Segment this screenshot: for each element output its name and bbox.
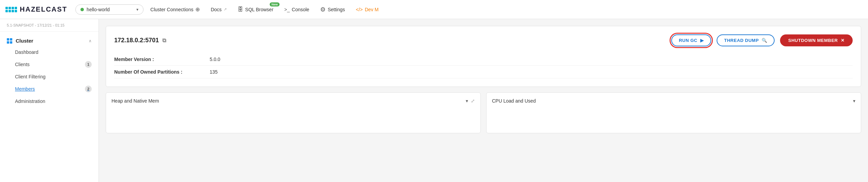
run-gc-label: RUN GC <box>679 38 697 43</box>
terminal-icon: >_ <box>284 7 290 12</box>
owned-partitions-label: Number Of Owned Partitions : <box>114 66 203 78</box>
console-wrapper: >_ Console <box>280 5 313 14</box>
code-icon: </> <box>356 7 363 12</box>
settings-label: Settings <box>328 7 345 12</box>
shutdown-member-button[interactable]: SHUTDOWN MEMBER ✕ <box>780 34 853 46</box>
cpu-chart-title: CPU Load and Used <box>492 98 536 104</box>
external-link-icon: ↗ <box>224 7 227 12</box>
cluster-selector[interactable]: hello-world ▾ <box>75 4 144 15</box>
shutdown-member-label: SHUTDOWN MEMBER <box>788 38 838 43</box>
settings-wrapper: ⚙ Settings <box>316 4 349 15</box>
dev-mode-label: Dev M <box>365 7 378 12</box>
collapse-icon: ∧ <box>89 39 92 43</box>
cpu-chart-chevron-down-icon[interactable]: ▾ <box>853 98 855 104</box>
member-card: 172.18.0.2:5701 ⧉ RUN GC ▶ THREAD DUMP 🔍… <box>106 26 861 87</box>
sidebar-section-title: Cluster <box>7 38 33 44</box>
thread-dump-button[interactable]: THREAD DUMP 🔍 <box>717 34 775 46</box>
logo-grid-icon <box>5 7 17 12</box>
heap-chart-chevron-down-icon[interactable]: ▾ <box>466 98 468 104</box>
member-version-value: 5.0.0 <box>203 53 853 66</box>
logo: HAZELCAST <box>5 5 67 13</box>
sidebar-section-header[interactable]: Cluster ∧ <box>0 35 99 46</box>
sidebar-section-label: Cluster <box>16 38 33 44</box>
cpu-chart-header: CPU Load and Used ▾ <box>492 98 855 104</box>
dev-mode-nav[interactable]: </> Dev M <box>352 5 383 14</box>
sidebar-item-members[interactable]: Members 2 <box>0 82 99 95</box>
member-actions: RUN GC ▶ THREAD DUMP 🔍 SHUTDOWN MEMBER ✕ <box>671 34 853 46</box>
cpu-chart-controls: ▾ <box>853 98 855 104</box>
docs-wrapper: Docs ↗ <box>207 5 231 14</box>
logo-text: HAZELCAST <box>20 5 67 13</box>
docs-nav[interactable]: Docs ↗ <box>207 5 231 14</box>
thread-dump-label: THREAD DUMP <box>724 38 759 43</box>
copy-icon[interactable]: ⧉ <box>162 37 166 44</box>
charts-row: Heap and Native Mem ▾ ⤢ CPU Load and Use… <box>106 92 861 133</box>
navbar: HAZELCAST hello-world ▾ Cluster Connecti… <box>0 0 868 19</box>
search-icon: 🔍 <box>762 38 767 43</box>
heap-chart-title: Heap and Native Mem <box>111 98 159 104</box>
sidebar-item-label: Members <box>15 86 35 92</box>
clients-badge: 1 <box>85 61 92 68</box>
sql-browser-wrapper: 🗄 SQL Browser New <box>234 4 278 15</box>
member-version-label: Member Version : <box>114 53 203 66</box>
sidebar-item-label: Clients <box>15 62 30 67</box>
heap-chart-header: Heap and Native Mem ▾ ⤢ <box>111 98 475 104</box>
heap-chart-expand-icon[interactable]: ⤢ <box>471 98 475 104</box>
cluster-connections-wrapper: Cluster Connections ⊕ <box>146 4 204 15</box>
run-gc-button[interactable]: RUN GC ▶ <box>671 34 711 46</box>
sidebar-item-dashboard[interactable]: Dashboard <box>0 46 99 58</box>
member-ip-text: 172.18.0.2:5701 <box>114 37 159 44</box>
sidebar-version: 5.1-SNAPSHOT - 17/12/21 - 01:15 <box>0 19 99 32</box>
members-badge: 2 <box>85 86 92 92</box>
close-circle-icon: ✕ <box>841 38 845 43</box>
sidebar-item-label: Client Filtering <box>15 74 45 79</box>
cluster-connections-nav[interactable]: Cluster Connections ⊕ <box>146 4 204 15</box>
database-icon: 🗄 <box>238 6 243 13</box>
console-nav[interactable]: >_ Console <box>280 5 313 14</box>
heap-chart-controls: ▾ ⤢ <box>466 98 475 104</box>
sidebar-item-label: Administration <box>15 98 45 104</box>
plus-icon: ⊕ <box>195 6 200 13</box>
cluster-connections-label: Cluster Connections <box>150 7 193 12</box>
sidebar-item-client-filtering[interactable]: Client Filtering <box>0 71 99 82</box>
cpu-load-chart: CPU Load and Used ▾ <box>486 92 861 133</box>
settings-nav[interactable]: ⚙ Settings <box>316 4 349 15</box>
cluster-status-dot <box>80 8 84 11</box>
chevron-down-icon: ▾ <box>136 7 138 12</box>
sidebar-item-clients[interactable]: Clients 1 <box>0 58 99 71</box>
docs-label: Docs <box>211 7 222 12</box>
sidebar: 5.1-SNAPSHOT - 17/12/21 - 01:15 Cluster … <box>0 19 99 182</box>
member-info: Member Version : 5.0.0 Number Of Owned P… <box>114 53 853 78</box>
member-header: 172.18.0.2:5701 ⧉ RUN GC ▶ THREAD DUMP 🔍… <box>114 34 853 46</box>
cluster-name: hello-world <box>87 7 134 12</box>
heap-memory-chart: Heap and Native Mem ▾ ⤢ <box>106 92 481 133</box>
cluster-section-icon <box>7 38 12 44</box>
console-label: Console <box>292 7 309 12</box>
play-icon: ▶ <box>700 38 704 43</box>
owned-partitions-value: 135 <box>203 66 853 78</box>
sql-browser-label: SQL Browser <box>245 7 273 12</box>
sidebar-item-administration[interactable]: Administration <box>0 95 99 107</box>
member-ip: 172.18.0.2:5701 ⧉ <box>114 37 166 44</box>
sql-browser-nav[interactable]: 🗄 SQL Browser New <box>234 4 278 15</box>
gear-icon: ⚙ <box>320 6 326 13</box>
sidebar-cluster-section: Cluster ∧ Dashboard Clients 1 Client Fil… <box>0 32 99 110</box>
new-badge: New <box>270 2 280 6</box>
main-content: 172.18.0.2:5701 ⧉ RUN GC ▶ THREAD DUMP 🔍… <box>99 19 868 182</box>
sidebar-item-label: Dashboard <box>15 49 39 55</box>
